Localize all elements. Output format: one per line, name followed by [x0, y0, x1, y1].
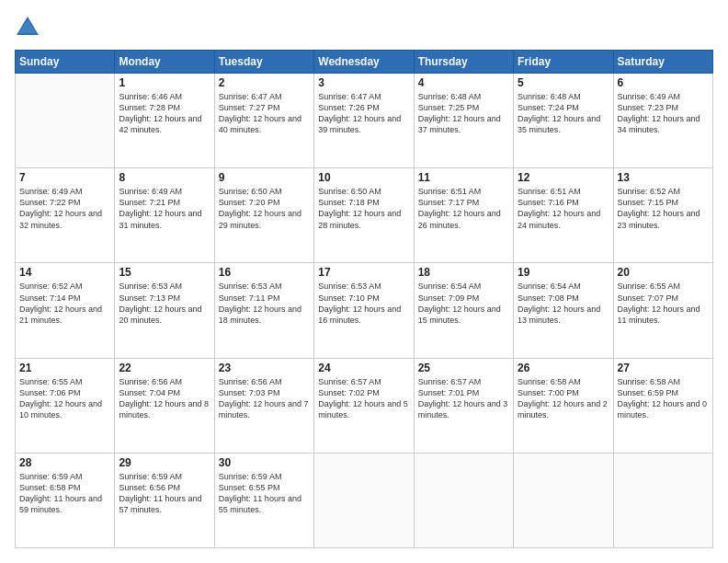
logo	[15, 15, 42, 40]
calendar-cell: 14Sunrise: 6:52 AMSunset: 7:14 PMDayligh…	[16, 263, 115, 358]
day-info: Sunrise: 6:59 AMSunset: 6:56 PMDaylight:…	[119, 471, 210, 516]
calendar-cell: 16Sunrise: 6:53 AMSunset: 7:11 PMDayligh…	[214, 263, 313, 358]
day-info: Sunrise: 6:58 AMSunset: 7:00 PMDaylight:…	[518, 376, 609, 421]
day-info: Sunrise: 6:49 AMSunset: 7:23 PMDaylight:…	[618, 91, 709, 136]
day-info: Sunrise: 6:58 AMSunset: 6:59 PMDaylight:…	[618, 376, 709, 421]
day-number: 5	[518, 76, 609, 89]
calendar-cell: 26Sunrise: 6:58 AMSunset: 7:00 PMDayligh…	[514, 358, 613, 453]
calendar-cell: 20Sunrise: 6:55 AMSunset: 7:07 PMDayligh…	[613, 263, 712, 358]
calendar-cell	[16, 74, 115, 168]
day-number: 21	[19, 362, 110, 374]
calendar-cell: 24Sunrise: 6:57 AMSunset: 7:02 PMDayligh…	[314, 358, 414, 453]
calendar-cell: 5Sunrise: 6:48 AMSunset: 7:24 PMDaylight…	[514, 74, 613, 168]
day-info: Sunrise: 6:52 AMSunset: 7:14 PMDaylight:…	[19, 281, 110, 326]
day-info: Sunrise: 6:47 AMSunset: 7:27 PMDaylight:…	[219, 91, 310, 136]
day-number: 9	[219, 171, 310, 184]
calendar-header-friday: Friday	[514, 51, 613, 74]
day-info: Sunrise: 6:59 AMSunset: 6:55 PMDaylight:…	[219, 471, 310, 516]
day-number: 1	[119, 76, 210, 89]
week-row-4: 21Sunrise: 6:55 AMSunset: 7:06 PMDayligh…	[16, 358, 713, 453]
calendar-cell: 3Sunrise: 6:47 AMSunset: 7:26 PMDaylight…	[314, 74, 414, 168]
day-info: Sunrise: 6:56 AMSunset: 7:03 PMDaylight:…	[219, 376, 310, 421]
day-number: 15	[119, 266, 210, 279]
day-number: 26	[518, 362, 609, 374]
calendar-cell	[414, 453, 513, 547]
calendar-cell: 29Sunrise: 6:59 AMSunset: 6:56 PMDayligh…	[115, 453, 214, 547]
day-info: Sunrise: 6:53 AMSunset: 7:11 PMDaylight:…	[219, 281, 310, 326]
day-info: Sunrise: 6:59 AMSunset: 6:58 PMDaylight:…	[19, 471, 110, 516]
day-info: Sunrise: 6:52 AMSunset: 7:15 PMDaylight:…	[618, 186, 709, 231]
day-info: Sunrise: 6:47 AMSunset: 7:26 PMDaylight:…	[318, 91, 409, 136]
week-row-1: 1Sunrise: 6:46 AMSunset: 7:28 PMDaylight…	[16, 74, 713, 168]
day-info: Sunrise: 6:49 AMSunset: 7:21 PMDaylight:…	[119, 186, 210, 231]
calendar-cell: 30Sunrise: 6:59 AMSunset: 6:55 PMDayligh…	[214, 453, 313, 547]
day-number: 3	[318, 76, 409, 89]
day-number: 22	[119, 362, 210, 374]
day-number: 2	[219, 76, 310, 89]
day-info: Sunrise: 6:56 AMSunset: 7:04 PMDaylight:…	[119, 376, 210, 421]
calendar-cell	[314, 453, 414, 547]
day-number: 19	[518, 266, 609, 279]
day-info: Sunrise: 6:55 AMSunset: 7:06 PMDaylight:…	[19, 376, 110, 421]
week-row-2: 7Sunrise: 6:49 AMSunset: 7:22 PMDaylight…	[16, 168, 713, 263]
calendar-cell: 6Sunrise: 6:49 AMSunset: 7:23 PMDaylight…	[613, 74, 712, 168]
day-number: 18	[418, 266, 509, 279]
calendar-cell: 19Sunrise: 6:54 AMSunset: 7:08 PMDayligh…	[514, 263, 613, 358]
calendar-header-monday: Monday	[115, 51, 214, 74]
day-number: 24	[318, 362, 409, 374]
day-info: Sunrise: 6:53 AMSunset: 7:10 PMDaylight:…	[318, 281, 409, 326]
calendar-cell: 27Sunrise: 6:58 AMSunset: 6:59 PMDayligh…	[613, 358, 712, 453]
calendar-cell: 12Sunrise: 6:51 AMSunset: 7:16 PMDayligh…	[514, 168, 613, 263]
calendar-header-thursday: Thursday	[414, 51, 513, 74]
day-info: Sunrise: 6:53 AMSunset: 7:13 PMDaylight:…	[119, 281, 210, 326]
calendar-cell	[613, 453, 712, 547]
day-info: Sunrise: 6:48 AMSunset: 7:25 PMDaylight:…	[418, 91, 509, 136]
calendar-header-sunday: Sunday	[16, 51, 115, 74]
day-number: 7	[19, 171, 110, 184]
day-number: 30	[219, 456, 310, 469]
calendar: SundayMondayTuesdayWednesdayThursdayFrid…	[15, 50, 713, 548]
day-info: Sunrise: 6:50 AMSunset: 7:20 PMDaylight:…	[219, 186, 310, 231]
calendar-cell: 11Sunrise: 6:51 AMSunset: 7:17 PMDayligh…	[414, 168, 513, 263]
day-number: 6	[618, 76, 709, 89]
calendar-cell: 17Sunrise: 6:53 AMSunset: 7:10 PMDayligh…	[314, 263, 414, 358]
calendar-header-tuesday: Tuesday	[214, 51, 313, 74]
day-info: Sunrise: 6:57 AMSunset: 7:01 PMDaylight:…	[418, 376, 509, 421]
day-info: Sunrise: 6:50 AMSunset: 7:18 PMDaylight:…	[318, 186, 409, 231]
calendar-cell: 15Sunrise: 6:53 AMSunset: 7:13 PMDayligh…	[115, 263, 214, 358]
week-row-5: 28Sunrise: 6:59 AMSunset: 6:58 PMDayligh…	[16, 453, 713, 547]
calendar-cell: 7Sunrise: 6:49 AMSunset: 7:22 PMDaylight…	[16, 168, 115, 263]
svg-marker-1	[18, 20, 37, 33]
day-number: 27	[618, 362, 709, 374]
calendar-header-saturday: Saturday	[613, 51, 712, 74]
calendar-cell: 13Sunrise: 6:52 AMSunset: 7:15 PMDayligh…	[613, 168, 712, 263]
day-info: Sunrise: 6:55 AMSunset: 7:07 PMDaylight:…	[618, 281, 709, 326]
header	[15, 15, 713, 40]
day-info: Sunrise: 6:49 AMSunset: 7:22 PMDaylight:…	[19, 186, 110, 231]
calendar-cell: 21Sunrise: 6:55 AMSunset: 7:06 PMDayligh…	[16, 358, 115, 453]
page: SundayMondayTuesdayWednesdayThursdayFrid…	[0, 0, 728, 563]
calendar-cell: 2Sunrise: 6:47 AMSunset: 7:27 PMDaylight…	[214, 74, 313, 168]
day-number: 8	[119, 171, 210, 184]
day-info: Sunrise: 6:51 AMSunset: 7:16 PMDaylight:…	[518, 186, 609, 231]
calendar-cell: 4Sunrise: 6:48 AMSunset: 7:25 PMDaylight…	[414, 74, 513, 168]
calendar-cell: 23Sunrise: 6:56 AMSunset: 7:03 PMDayligh…	[214, 358, 313, 453]
day-number: 25	[418, 362, 509, 374]
week-row-3: 14Sunrise: 6:52 AMSunset: 7:14 PMDayligh…	[16, 263, 713, 358]
calendar-cell: 8Sunrise: 6:49 AMSunset: 7:21 PMDaylight…	[115, 168, 214, 263]
day-info: Sunrise: 6:46 AMSunset: 7:28 PMDaylight:…	[119, 91, 210, 136]
day-number: 4	[418, 76, 509, 89]
calendar-cell: 25Sunrise: 6:57 AMSunset: 7:01 PMDayligh…	[414, 358, 513, 453]
day-info: Sunrise: 6:54 AMSunset: 7:09 PMDaylight:…	[418, 281, 509, 326]
day-number: 11	[418, 171, 509, 184]
calendar-cell: 28Sunrise: 6:59 AMSunset: 6:58 PMDayligh…	[16, 453, 115, 547]
day-number: 13	[618, 171, 709, 184]
logo-icon	[15, 15, 40, 40]
day-info: Sunrise: 6:57 AMSunset: 7:02 PMDaylight:…	[318, 376, 409, 421]
day-number: 28	[19, 456, 110, 469]
day-number: 23	[219, 362, 310, 374]
calendar-header-wednesday: Wednesday	[314, 51, 414, 74]
calendar-cell	[514, 453, 613, 547]
calendar-cell: 1Sunrise: 6:46 AMSunset: 7:28 PMDaylight…	[115, 74, 214, 168]
day-info: Sunrise: 6:48 AMSunset: 7:24 PMDaylight:…	[518, 91, 609, 136]
